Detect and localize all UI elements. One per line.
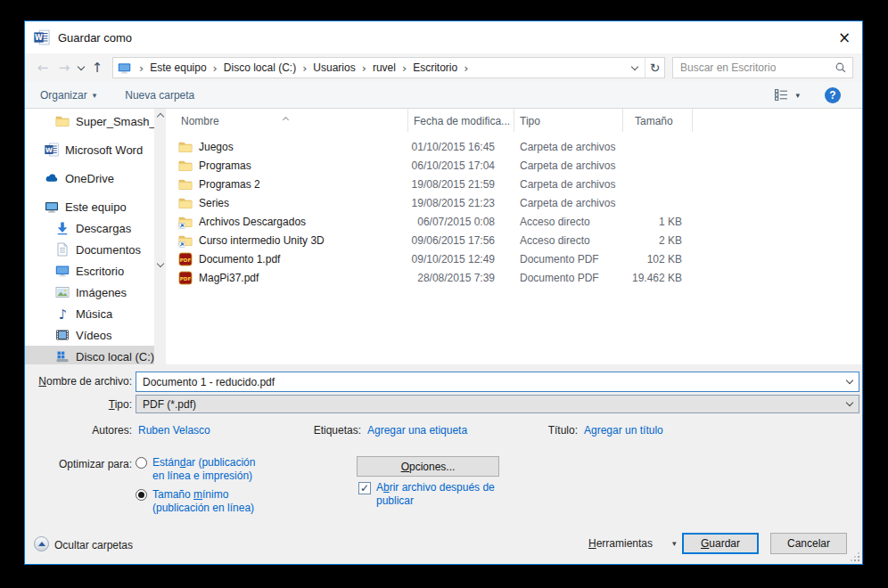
pdf-icon (178, 252, 193, 266)
sidebar-item-videos[interactable]: Vídeos (25, 324, 154, 346)
chevron-down-icon (631, 62, 638, 69)
file-date: 06/10/2015 17:04 (408, 159, 514, 172)
sidebar-item-onedrive[interactable]: OneDrive (25, 167, 154, 189)
radio-standard-label[interactable]: Estándar (publicación en línea e impresi… (152, 456, 270, 483)
hide-folders-button[interactable]: Ocultar carpetas (54, 539, 133, 551)
sidebar-item-imagenes[interactable]: Imágenes (25, 282, 154, 303)
open-after-publish-label[interactable]: Abrir archivo después de publicar (376, 481, 519, 508)
filetype-value: PDF (*.pdf) (136, 398, 841, 411)
change-view-button[interactable]: ▾ (775, 89, 800, 101)
table-row[interactable]: Documento 1.pdf 09/10/2015 12:49 Documen… (166, 249, 862, 268)
filmstrip-icon (55, 328, 70, 342)
desktop-icon (55, 264, 70, 278)
table-row[interactable]: Curso intermedio Unity 3D 09/06/2015 17:… (166, 231, 862, 249)
table-row[interactable]: Juegos 01/10/2015 16:45 Carpeta de archi… (166, 137, 862, 156)
folder-icon (178, 159, 193, 173)
file-name: Juegos (199, 141, 234, 153)
radio-standard[interactable] (136, 457, 147, 469)
sidebar-item-musica[interactable]: Música (25, 303, 154, 324)
filename-input[interactable] (136, 376, 841, 388)
table-row[interactable]: MagPi37.pdf 28/08/2015 7:39 Documento PD… (166, 268, 862, 287)
filename-dropdown[interactable] (841, 380, 859, 383)
open-after-publish-checkbox[interactable]: ✓ (358, 482, 371, 494)
address-dropdown-chevron[interactable] (625, 67, 645, 69)
up-button[interactable]: ↑ (87, 57, 107, 78)
navigation-pane: Super_Smash_Br Microsoft Word OneDrive E… (25, 109, 154, 364)
tools-menu-button[interactable]: Herramientas ▾ (588, 537, 677, 550)
file-type: Carpeta de archivos (514, 178, 623, 191)
add-title-link[interactable]: Agregar un título (584, 424, 663, 437)
authors-label: Autores: (25, 424, 132, 437)
table-row[interactable]: Archivos Descargados 06/07/2015 0:08 Acc… (166, 212, 862, 231)
close-icon[interactable]: × (826, 21, 862, 53)
column-headers: Nombre Fecha de modifica... Tipo Tamaño (166, 109, 862, 132)
sidebar-item-label: Disco local (C:) (76, 350, 154, 363)
refresh-button[interactable]: ↻ (645, 58, 664, 78)
scroll-up-arrow[interactable] (154, 109, 166, 122)
file-name: Programas (199, 159, 251, 172)
chevron-down-icon (846, 377, 853, 384)
chevron-down-icon (156, 259, 163, 266)
sidebar-item-disco-local[interactable]: Disco local (C:) (25, 346, 154, 364)
resize-grip[interactable] (850, 551, 859, 561)
breadcrumb-item-disco-local[interactable]: Disco local (C:) (224, 61, 296, 74)
sidebar-item-documentos[interactable]: Documentos (25, 239, 154, 260)
breadcrumb-item-usuarios[interactable]: Usuarios (313, 61, 355, 74)
file-date: 06/07/2015 0:08 (408, 216, 514, 228)
breadcrumb-separator: › (396, 61, 413, 75)
search-input[interactable] (680, 61, 835, 74)
sidebar-item-super-smash[interactable]: Super_Smash_Br (25, 110, 154, 132)
column-header-nombre[interactable]: Nombre (166, 109, 408, 132)
music-note-icon (55, 306, 70, 321)
filetype-select[interactable]: PDF (*.pdf) (136, 395, 859, 413)
column-label: Nombre (181, 115, 219, 127)
help-button[interactable]: ? (825, 87, 841, 103)
radio-minimum-size[interactable] (136, 489, 147, 501)
breadcrumb-item-este-equipo[interactable]: Este equipo (150, 61, 206, 74)
location-icon (118, 61, 131, 75)
radio-minimum-size-label[interactable]: Tamaño mínimo (publicación en línea) (152, 488, 270, 515)
filename-label: Nombre de archivo: (25, 375, 132, 388)
search-icon[interactable] (835, 61, 847, 74)
file-type: Carpeta de archivos (514, 197, 623, 209)
table-row[interactable]: Series 19/08/2015 21:23 Carpeta de archi… (166, 193, 862, 212)
breadcrumb-item-escritorio[interactable]: Escritorio (413, 61, 457, 74)
column-header-tamano[interactable]: Tamaño (623, 109, 693, 132)
sidebar-item-label: Escritorio (76, 265, 124, 278)
scroll-down-arrow[interactable] (154, 165, 166, 364)
filetype-dropdown[interactable] (841, 403, 859, 405)
table-row[interactable]: Programas 06/10/2015 17:04 Carpeta de ar… (166, 156, 862, 175)
column-header-tipo[interactable]: Tipo (514, 109, 623, 132)
breadcrumb-separator: › (296, 61, 313, 75)
bottom-panel: Nombre de archivo: Tipo: PDF (*.pdf) Aut… (25, 364, 862, 564)
add-tag-link[interactable]: Agregar una etiqueta (367, 424, 467, 437)
file-name: Curso intermedio Unity 3D (199, 234, 325, 247)
sidebar-scrollbar[interactable] (154, 109, 166, 364)
address-bar[interactable]: › Este equipo › Disco local (C:) › Usuar… (112, 57, 665, 78)
sidebar-item-escritorio[interactable]: Escritorio (25, 260, 154, 282)
authors-value[interactable]: Ruben Velasco (138, 424, 210, 437)
new-folder-button[interactable]: Nueva carpeta (125, 89, 194, 102)
sidebar-item-microsoft-word[interactable]: Microsoft Word (25, 139, 154, 160)
tools-label: Herramientas (588, 537, 653, 550)
sidebar-item-descargas[interactable]: Descargas (25, 217, 154, 239)
recent-locations-chevron[interactable] (75, 57, 87, 78)
sidebar-item-este-equipo[interactable]: Este equipo (25, 196, 154, 217)
hide-folders-icon[interactable] (34, 536, 49, 551)
breadcrumb-item-ruvel[interactable]: ruvel (373, 61, 396, 74)
organize-menu-button[interactable]: Organizar ▾ (40, 89, 96, 102)
title-label: Título: (489, 424, 578, 437)
filename-combobox (136, 372, 859, 392)
table-row[interactable]: Programas 2 19/08/2015 21:59 Carpeta de … (166, 175, 862, 193)
back-button[interactable]: ← (32, 57, 53, 78)
dropdown-arrow-icon: ▾ (795, 91, 800, 100)
sidebar-item-label: Super_Smash_Br (76, 115, 154, 128)
options-button[interactable]: Opciones... (357, 456, 499, 477)
column-header-fecha[interactable]: Fecha de modifica... (408, 109, 514, 132)
cancel-button[interactable]: Cancelar (770, 533, 847, 554)
file-size: 19.462 KB (623, 272, 693, 284)
folder-icon (178, 196, 193, 210)
forward-button[interactable]: → (53, 57, 75, 78)
save-button[interactable]: Guardar (682, 533, 759, 554)
file-date: 09/10/2015 12:49 (408, 253, 514, 265)
